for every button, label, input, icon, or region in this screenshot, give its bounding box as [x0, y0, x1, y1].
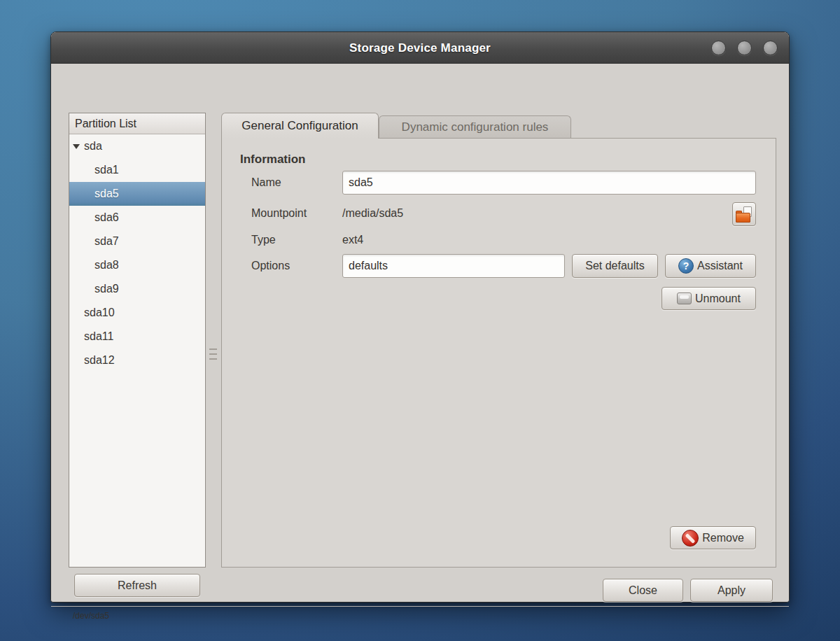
- statusbar: /dev/sda5: [51, 606, 789, 607]
- partition-list-header: Partition List: [69, 113, 205, 134]
- type-value: ext4: [342, 228, 363, 252]
- information-section-title: Information: [240, 153, 306, 167]
- partition-item-sda11[interactable]: sda11: [69, 325, 205, 348]
- remove-button[interactable]: Remove: [670, 526, 756, 549]
- statusbar-device-path: /dev/sda5: [73, 611, 109, 621]
- window-control-2-icon[interactable]: [737, 41, 752, 55]
- partition-root-label: sda: [84, 134, 102, 158]
- options-label: Options: [251, 254, 290, 278]
- mountpoint-browse-button[interactable]: [732, 202, 756, 226]
- titlebar[interactable]: Storage Device Manager: [51, 32, 789, 64]
- window-control-3-icon[interactable]: [763, 41, 778, 55]
- set-defaults-label: Set defaults: [585, 260, 645, 272]
- desktop: { "window": { "title": "Storage Device M…: [0, 0, 840, 641]
- partition-item-sda10[interactable]: sda10: [69, 301, 205, 325]
- help-question-icon: ?: [678, 258, 694, 274]
- expander-triangle-icon[interactable]: [73, 144, 80, 149]
- unmount-button[interactable]: Unmount: [662, 287, 756, 310]
- partition-list-panel: Partition List sda sda1sda5sda6sda7sda8s…: [69, 113, 206, 568]
- partition-item-sda5[interactable]: sda5: [69, 182, 205, 206]
- close-button[interactable]: Close: [603, 579, 683, 602]
- name-label: Name: [251, 171, 281, 195]
- options-input[interactable]: [342, 254, 565, 278]
- unmount-label: Unmount: [695, 293, 741, 305]
- set-defaults-button[interactable]: Set defaults: [572, 254, 658, 278]
- remove-label: Remove: [702, 532, 744, 544]
- partition-item-sda9[interactable]: sda9: [69, 277, 205, 301]
- type-label: Type: [251, 228, 276, 252]
- assistant-button[interactable]: ? Assistant: [665, 254, 756, 278]
- pane-splitter-grip-icon[interactable]: [209, 348, 217, 360]
- window-body: Partition List sda sda1sda5sda6sda7sda8s…: [51, 64, 789, 602]
- tab-general-configuration[interactable]: General Configuration: [221, 113, 379, 139]
- partition-item-sda12[interactable]: sda12: [69, 348, 205, 372]
- no-entry-icon: [682, 530, 699, 547]
- mountpoint-label: Mountpoint: [251, 202, 307, 225]
- storage-device-manager-window: Storage Device Manager Partition List sd…: [50, 31, 790, 603]
- close-label: Close: [629, 584, 657, 597]
- partition-item-sda1[interactable]: sda1: [69, 158, 205, 182]
- window-control-1-icon[interactable]: [711, 41, 726, 55]
- window-title: Storage Device Manager: [51, 32, 789, 64]
- apply-label: Apply: [718, 584, 746, 597]
- hard-drive-icon: [677, 293, 692, 304]
- window-controls: [711, 41, 778, 55]
- assistant-label: Assistant: [697, 260, 743, 272]
- tab-dynamic-configuration-rules[interactable]: Dynamic configuration rules: [379, 115, 571, 138]
- mountpoint-value: /media/sda5: [342, 202, 403, 225]
- open-folder-icon: [736, 206, 752, 223]
- partition-item-sda8[interactable]: sda8: [69, 253, 205, 277]
- partition-item-sda6[interactable]: sda6: [69, 206, 205, 230]
- general-configuration-page: Information Name Mountpoint /media/sda5 …: [221, 138, 776, 568]
- refresh-label: Refresh: [118, 579, 157, 592]
- partition-tree: sda sda1sda5sda6sda7sda8sda9sda10sda11sd…: [69, 134, 205, 372]
- partition-item-sda7[interactable]: sda7: [69, 230, 205, 253]
- refresh-button[interactable]: Refresh: [74, 574, 200, 597]
- partition-item-sda[interactable]: sda: [69, 134, 205, 158]
- apply-button[interactable]: Apply: [690, 579, 773, 602]
- name-input[interactable]: [342, 171, 756, 195]
